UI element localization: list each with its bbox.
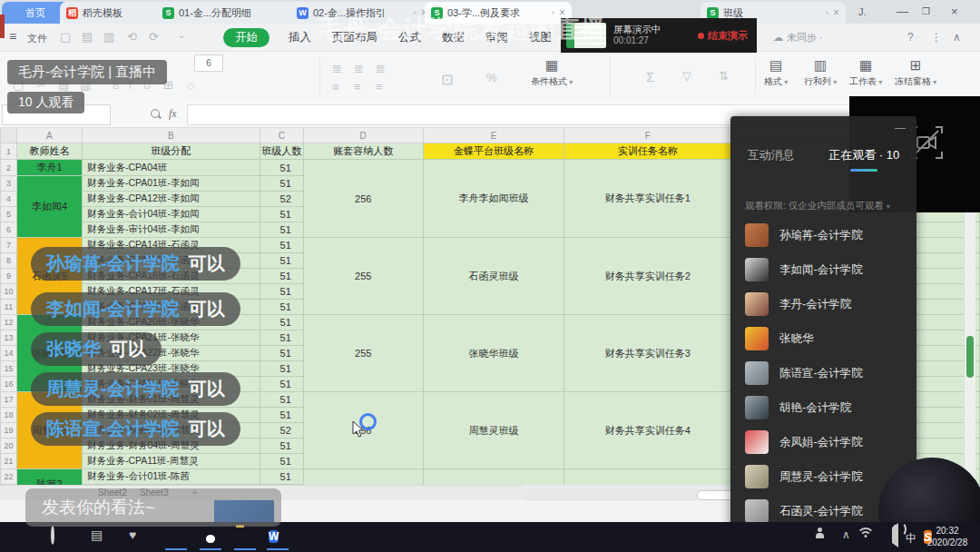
ime-indicator[interactable]: 中 [906,529,916,547]
percent-icon[interactable]: % [486,71,497,84]
row-header-1[interactable]: 1 [1,143,17,160]
class-size-cell[interactable]: 51 [260,408,303,423]
class-size-cell[interactable]: 51 [260,439,303,454]
header-cell-d[interactable]: 账套容纳人数 [303,143,423,160]
column-header-B[interactable]: B [82,128,260,143]
viewer-list-item[interactable]: 胡艳-会计学院 [730,390,916,425]
browser-tab-2[interactable]: 稻稻壳模板 [60,2,165,24]
ribbon-button-格式[interactable]: ▤格式 ▾ [764,58,788,88]
class-cell[interactable]: 财务业务-审计04班-李如闻 [82,222,260,238]
ribbon-button-条件格式[interactable]: ▦条件格式 ▾ [531,58,573,88]
tab-watching[interactable]: 正在观看 · 10 [828,147,899,163]
comment-input[interactable]: 发表你的看法~ [25,488,281,527]
row-header-9[interactable]: 9 [1,269,17,284]
row-header-14[interactable]: 14 [1,346,17,361]
row-header-19[interactable]: 19 [1,423,17,439]
platform-class-cell[interactable]: 李舟李如闻班级 [423,160,564,238]
column-header-A[interactable]: A [16,128,82,143]
class-cell[interactable]: 财务业务-CPA11班-周慧灵 [82,454,260,469]
class-size-cell[interactable]: 51 [260,346,303,361]
row-header-2[interactable]: 2 [1,160,17,176]
class-size-cell[interactable]: 51 [260,238,303,253]
column-header-F[interactable]: F [564,128,731,143]
column-header-D[interactable]: D [303,128,423,143]
row-header-17[interactable]: 17 [1,392,17,408]
header-cell-a[interactable]: 教师姓名 [16,143,82,160]
account-icon[interactable]: J. [858,5,867,19]
filter-icon[interactable]: ▽ [682,69,691,83]
class-cell[interactable]: 财务业务-CPA01班-李如闻 [82,176,260,192]
class-cell[interactable]: 财务业务-CPA12班-李如闻 [82,192,260,207]
column-header-C[interactable]: C [260,128,303,143]
tray-expand-icon[interactable]: ∧ [842,526,850,544]
row-header-6[interactable]: 6 [1,222,17,238]
heart-icon[interactable]: ♥ [129,526,136,544]
align-bottom-icon[interactable]: ≣ [376,62,386,75]
class-size-cell[interactable]: 51 [260,207,303,222]
teacher-cell[interactable]: 陈茜2 [16,469,82,486]
class-size-cell[interactable]: 51 [260,315,303,330]
task-cell[interactable]: 财务共享实训任务4 [564,392,731,469]
teacher-cell[interactable]: 李舟1 [16,160,82,176]
autosum-icon[interactable]: Σ [646,69,654,84]
ribbon-button-工作表[interactable]: ▦工作表 ▾ [849,58,882,88]
platform-class-cell[interactable]: 周慧灵班级 [423,392,564,469]
class-size-cell[interactable]: 51 [260,284,303,300]
class-size-cell[interactable]: 51 [260,469,303,485]
row-header-8[interactable]: 8 [1,253,17,269]
align-top-icon[interactable]: ≣ [332,62,342,75]
fill-color-icon[interactable]: ◇ [187,80,194,92]
capacity-cell[interactable]: 256 [303,160,423,238]
watch-permission-label[interactable]: 观看权限: 仅企业内部成员可观看 ▾ [745,200,890,212]
capacity-cell[interactable]: 255 [303,315,423,392]
sort-icon[interactable]: ⇅ [719,69,729,83]
platform-class-cell[interactable]: 陈茜余凤娟班级 [423,469,564,486]
row-header-7[interactable]: 7 [1,238,17,253]
record-ring-icon[interactable] [51,527,54,544]
ribbon-button-行和列[interactable]: ▥行和列 ▾ [804,58,837,88]
viewer-list-item[interactable]: 李丹-会计学院 [730,287,916,321]
class-size-cell[interactable]: 51 [260,392,303,408]
merge-center-icon[interactable]: ⊡ [441,71,453,88]
clock[interactable]: 20:32 2020/2/28 [918,525,976,548]
teacher-cell[interactable]: 李如闻4 [16,176,82,238]
column-header-E[interactable]: E [423,128,564,143]
menu-item-插入[interactable]: 插入 [287,28,313,47]
row-header-16[interactable]: 16 [1,377,17,392]
class-cell[interactable]: 财务业务-CPA04班 [82,160,260,176]
align-right-icon[interactable]: ≡ [376,80,383,94]
sync-status[interactable]: ☁ 未同步 · [773,31,823,44]
header-cell-f[interactable]: 实训任务名称 [564,143,731,160]
task-cell[interactable]: 财务共享实训任务1 [564,160,731,238]
row-header-22[interactable]: 22 [1,469,17,485]
fx-icon[interactable]: fx [169,107,177,121]
file-menu[interactable]: 文件 [27,32,47,45]
align-left-icon[interactable]: ≡ [332,80,339,94]
row-header-12[interactable]: 12 [1,315,17,330]
platform-class-cell[interactable]: 张晓华班级 [423,315,564,392]
header-cell-b[interactable]: 班级分配 [82,143,260,160]
minimize-window-icon[interactable]: — [897,5,908,19]
viewer-list-item[interactable]: 余凤娟-会计学院 [730,425,916,459]
font-size-select[interactable]: 6 [194,54,223,72]
browser-tab-3[interactable]: S01-金...分配明细▫ [156,2,299,24]
browser-tab-1[interactable]: 首页 [2,2,69,24]
header-cell-e[interactable]: 金蝶平台班级名称 [423,143,564,160]
row-header-10[interactable]: 10 [1,284,17,300]
class-size-cell[interactable]: 51 [260,300,303,315]
class-size-cell[interactable]: 51 [260,361,303,377]
restore-window-icon[interactable]: ❐ [922,5,930,19]
class-cell[interactable]: 财务业务-会计04班-李如闻 [82,207,260,222]
class-size-cell[interactable]: 51 [260,253,303,269]
panel-grid-icon[interactable]: ▤ [91,526,103,544]
capacity-cell[interactable]: 255 [303,238,423,315]
row-header-11[interactable]: 11 [1,300,17,315]
class-cell[interactable]: 财务业务-会计01班-陈茜 [82,469,260,485]
print-icon[interactable]: ▤ [82,30,93,44]
capacity-cell[interactable]: 255 [303,469,423,486]
class-size-cell[interactable]: 51 [260,454,303,469]
viewer-list-item[interactable]: 李如闻-会计学院 [730,252,916,287]
row-header-20[interactable]: 20 [1,439,17,454]
row-header-5[interactable]: 5 [1,207,17,222]
menu-item-开始[interactable]: 开始 [223,28,270,47]
